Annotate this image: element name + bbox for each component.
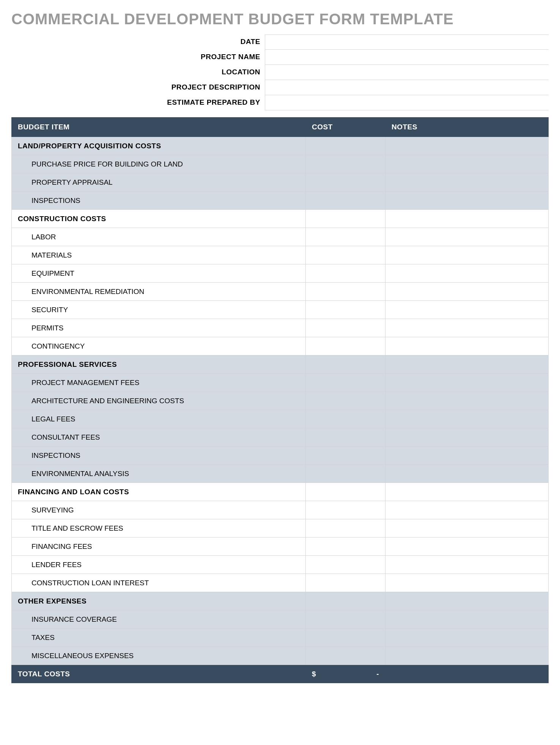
- line-item-cost-cell[interactable]: [306, 556, 385, 574]
- category-notes-cell[interactable]: [385, 137, 549, 155]
- category-cost-cell[interactable]: [306, 355, 385, 374]
- line-item-cost-cell[interactable]: [306, 337, 385, 355]
- date-field[interactable]: [265, 35, 549, 50]
- line-item-notes-cell[interactable]: [385, 647, 549, 665]
- line-item-label: FINANCING FEES: [12, 538, 306, 556]
- line-item-notes-cell[interactable]: [385, 155, 549, 173]
- estimate-prepared-by-label: ESTIMATE PREPARED BY: [11, 95, 265, 110]
- line-item-row: LABOR: [12, 228, 549, 246]
- line-item-cost-cell[interactable]: [306, 246, 385, 264]
- line-item-row: LEGAL FEES: [12, 410, 549, 428]
- line-item-cost-cell[interactable]: [306, 647, 385, 665]
- line-item-notes-cell[interactable]: [385, 283, 549, 301]
- line-item-notes-cell[interactable]: [385, 465, 549, 483]
- line-item-notes-cell[interactable]: [385, 428, 549, 446]
- line-item-notes-cell[interactable]: [385, 446, 549, 465]
- line-item-notes-cell[interactable]: [385, 629, 549, 647]
- line-item-cost-cell[interactable]: [306, 319, 385, 337]
- line-item-notes-cell[interactable]: [385, 538, 549, 556]
- line-item-row: CONSULTANT FEES: [12, 428, 549, 446]
- line-item-cost-cell[interactable]: [306, 538, 385, 556]
- line-item-label: INSURANCE COVERAGE: [12, 610, 306, 629]
- line-item-row: PROJECT MANAGEMENT FEES: [12, 374, 549, 392]
- line-item-row: MATERIALS: [12, 246, 549, 264]
- line-item-row: MISCELLANEOUS EXPENSES: [12, 647, 549, 665]
- estimate-prepared-by-field[interactable]: [265, 95, 549, 110]
- line-item-notes-cell[interactable]: [385, 228, 549, 246]
- line-item-notes-cell[interactable]: [385, 192, 549, 210]
- line-item-row: CONTINGENCY: [12, 337, 549, 355]
- line-item-cost-cell[interactable]: [306, 465, 385, 483]
- category-row: FINANCING AND LOAN COSTS: [12, 483, 549, 501]
- line-item-cost-cell[interactable]: [306, 610, 385, 629]
- line-item-label: PROPERTY APPRAISAL: [12, 173, 306, 192]
- category-row: OTHER EXPENSES: [12, 592, 549, 610]
- total-label: TOTAL COSTS: [12, 665, 306, 683]
- category-notes-cell[interactable]: [385, 592, 549, 610]
- line-item-cost-cell[interactable]: [306, 228, 385, 246]
- category-notes-cell[interactable]: [385, 355, 549, 374]
- line-item-label: LEGAL FEES: [12, 410, 306, 428]
- line-item-cost-cell[interactable]: [306, 501, 385, 519]
- line-item-notes-cell[interactable]: [385, 501, 549, 519]
- line-item-row: CONSTRUCTION LOAN INTEREST: [12, 574, 549, 592]
- line-item-cost-cell[interactable]: [306, 428, 385, 446]
- line-item-label: CONSTRUCTION LOAN INTEREST: [12, 574, 306, 592]
- line-item-cost-cell[interactable]: [306, 192, 385, 210]
- line-item-label: LABOR: [12, 228, 306, 246]
- category-notes-cell[interactable]: [385, 483, 549, 501]
- category-label: OTHER EXPENSES: [12, 592, 306, 610]
- line-item-cost-cell[interactable]: [306, 574, 385, 592]
- column-header-cost: COST: [306, 118, 385, 137]
- line-item-row: TAXES: [12, 629, 549, 647]
- line-item-label: PURCHASE PRICE FOR BUILDING OR LAND: [12, 155, 306, 173]
- line-item-label: MATERIALS: [12, 246, 306, 264]
- line-item-notes-cell[interactable]: [385, 410, 549, 428]
- line-item-notes-cell[interactable]: [385, 264, 549, 283]
- line-item-label: SECURITY: [12, 301, 306, 319]
- category-cost-cell[interactable]: [306, 137, 385, 155]
- line-item-notes-cell[interactable]: [385, 337, 549, 355]
- line-item-cost-cell[interactable]: [306, 374, 385, 392]
- line-item-label: SURVEYING: [12, 501, 306, 519]
- line-item-cost-cell[interactable]: [306, 519, 385, 538]
- project-description-field[interactable]: [265, 80, 549, 95]
- line-item-notes-cell[interactable]: [385, 374, 549, 392]
- line-item-label: LENDER FEES: [12, 556, 306, 574]
- line-item-notes-cell[interactable]: [385, 173, 549, 192]
- total-row: TOTAL COSTS $ -: [12, 665, 549, 683]
- line-item-notes-cell[interactable]: [385, 574, 549, 592]
- line-item-cost-cell[interactable]: [306, 446, 385, 465]
- line-item-notes-cell[interactable]: [385, 519, 549, 538]
- line-item-row: ENVIRONMENTAL ANALYSIS: [12, 465, 549, 483]
- line-item-notes-cell[interactable]: [385, 392, 549, 410]
- line-item-label: ENVIRONMENTAL ANALYSIS: [12, 465, 306, 483]
- line-item-cost-cell[interactable]: [306, 392, 385, 410]
- line-item-row: ENVIRONMENTAL REMEDIATION: [12, 283, 549, 301]
- line-item-cost-cell[interactable]: [306, 629, 385, 647]
- line-item-cost-cell[interactable]: [306, 301, 385, 319]
- category-cost-cell[interactable]: [306, 592, 385, 610]
- line-item-label: INSPECTIONS: [12, 192, 306, 210]
- location-field[interactable]: [265, 65, 549, 80]
- line-item-notes-cell[interactable]: [385, 246, 549, 264]
- line-item-cost-cell[interactable]: [306, 410, 385, 428]
- category-row: PROFESSIONAL SERVICES: [12, 355, 549, 374]
- line-item-label: INSPECTIONS: [12, 446, 306, 465]
- project-name-field[interactable]: [265, 50, 549, 65]
- line-item-notes-cell[interactable]: [385, 319, 549, 337]
- line-item-row: FINANCING FEES: [12, 538, 549, 556]
- line-item-notes-cell[interactable]: [385, 610, 549, 629]
- line-item-cost-cell[interactable]: [306, 283, 385, 301]
- line-item-notes-cell[interactable]: [385, 301, 549, 319]
- line-item-cost-cell[interactable]: [306, 264, 385, 283]
- line-item-cost-cell[interactable]: [306, 173, 385, 192]
- category-notes-cell[interactable]: [385, 210, 549, 228]
- total-currency: $: [312, 670, 316, 678]
- line-item-cost-cell[interactable]: [306, 155, 385, 173]
- line-item-row: EQUIPMENT: [12, 264, 549, 283]
- line-item-row: INSPECTIONS: [12, 192, 549, 210]
- category-cost-cell[interactable]: [306, 210, 385, 228]
- line-item-notes-cell[interactable]: [385, 556, 549, 574]
- category-cost-cell[interactable]: [306, 483, 385, 501]
